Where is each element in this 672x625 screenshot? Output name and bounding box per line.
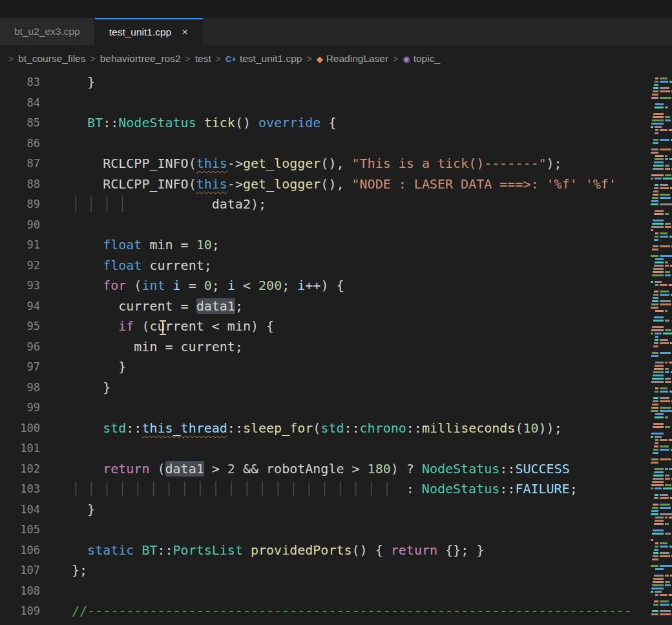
- code-text: for (int i = 0; i < 200; i++) {: [72, 276, 344, 296]
- line-number[interactable]: 84: [0, 93, 40, 114]
- chevron-right-icon: >: [216, 54, 221, 64]
- tab-label: test_unit1.cpp: [109, 26, 172, 38]
- chevron-right-icon: >: [393, 54, 398, 64]
- code-text: return (data1 > 2 && robotAngle > 180) ?…: [72, 459, 570, 480]
- breadcrumb-label: behaviortree_ros2: [100, 53, 181, 65]
- line-number[interactable]: 86: [0, 134, 40, 154]
- line-number[interactable]: 83: [0, 72, 40, 93]
- code-line[interactable]: 92 float current;: [0, 256, 650, 276]
- line-number[interactable]: 103: [0, 479, 40, 500]
- breadcrumb-label: bt_course_files: [18, 53, 85, 65]
- code-line[interactable]: 90: [0, 215, 650, 236]
- code-line[interactable]: 103│ │ │ │ │ │ │ │ │ │ │ │ │ │ │ │ │ │ │…: [0, 479, 650, 500]
- code-text: BT::NodeStatus tick() override {: [72, 113, 336, 134]
- line-number[interactable]: 91: [0, 235, 40, 256]
- line-number[interactable]: 94: [0, 296, 40, 317]
- code-line[interactable]: 100 std::this_thread::sleep_for(std::chr…: [0, 418, 650, 439]
- code-text: │ │ │ │ │ │ │ │ │ │ │ │ │ │ │ │ │ │ │ │ …: [72, 479, 578, 500]
- code-text: static BT::PortsList providedPorts() { r…: [72, 540, 484, 561]
- code-line[interactable]: 97 }: [0, 357, 650, 378]
- code-text: }: [72, 72, 95, 93]
- line-number[interactable]: 99: [0, 398, 40, 418]
- code-line[interactable]: 98 }: [0, 378, 650, 398]
- tab-bt_u2_ex3.cpp[interactable]: bt_u2_ex3.cpp: [0, 18, 95, 45]
- code-text: min = current;: [72, 337, 243, 358]
- code-text: RCLCPP_INFO(this->get_logger(), "NODE : …: [72, 174, 616, 195]
- code-line[interactable]: 86: [0, 134, 650, 154]
- code-text: float min = 10;: [72, 235, 220, 256]
- line-number[interactable]: 96: [0, 337, 40, 358]
- code-line[interactable]: 88 RCLCPP_INFO(this->get_logger(), "NODE…: [0, 174, 650, 195]
- breadcrumb-item-bt_course_files[interactable]: bt_course_files: [18, 53, 85, 65]
- tab-label: bt_u2_ex3.cpp: [14, 26, 80, 37]
- line-number[interactable]: 104: [0, 500, 40, 520]
- chevron-right-icon: >: [306, 54, 311, 64]
- code-text: std::this_thread::sleep_for(std::chrono:…: [72, 418, 562, 439]
- code-line[interactable]: 89│ │ │ │ data2);: [0, 194, 650, 215]
- code-line[interactable]: 99: [0, 398, 650, 418]
- breadcrumb-label: topic_: [414, 53, 440, 65]
- code-line[interactable]: 94 current = data1;: [0, 296, 650, 317]
- code-line[interactable]: 104 }: [0, 500, 650, 520]
- code-line[interactable]: 91 float min = 10;: [0, 235, 650, 256]
- code-text: RCLCPP_INFO(this->get_logger(), "This is…: [72, 154, 562, 174]
- line-number[interactable]: 105: [0, 520, 40, 540]
- code-text: if (current < min) {: [72, 316, 274, 337]
- code-text: }: [72, 500, 95, 520]
- line-number[interactable]: 108: [0, 581, 40, 602]
- line-number[interactable]: 98: [0, 378, 40, 398]
- line-number[interactable]: 89: [0, 194, 40, 215]
- line-number[interactable]: 100: [0, 418, 40, 439]
- method-symbol-icon: ◉: [403, 54, 410, 64]
- close-icon[interactable]: ×: [182, 26, 188, 39]
- breadcrumb-item-topic_[interactable]: ◉topic_: [403, 53, 440, 65]
- code-line[interactable]: 107};: [0, 560, 650, 581]
- breadcrumb-item-ReadingLaser[interactable]: ◆ReadingLaser: [317, 53, 389, 65]
- line-number[interactable]: 107: [0, 560, 40, 581]
- code-line[interactable]: 106 static BT::PortsList providedPorts()…: [0, 540, 650, 561]
- code-text: }: [72, 357, 126, 378]
- line-number[interactable]: 101: [0, 438, 40, 459]
- line-number[interactable]: 97: [0, 357, 40, 378]
- line-number[interactable]: 106: [0, 540, 40, 561]
- code-text: }: [72, 378, 110, 398]
- chevron-right-icon: >: [8, 54, 14, 64]
- code-line[interactable]: 101: [0, 438, 650, 459]
- code-lines[interactable]: 83 }8485 BT::NodeStatus tick() override …: [0, 72, 650, 625]
- code-text: │ │ │ │ data2);: [72, 194, 266, 215]
- breadcrumb-label: ReadingLaser: [326, 53, 389, 65]
- line-number[interactable]: 88: [0, 174, 40, 195]
- breadcrumb-item-test[interactable]: test: [195, 53, 211, 65]
- line-number[interactable]: 95: [0, 316, 40, 337]
- code-text: //--------------------------------------…: [72, 601, 632, 622]
- chevron-right-icon: >: [185, 54, 191, 64]
- line-number[interactable]: 87: [0, 154, 40, 174]
- code-editor[interactable]: 83 }8485 BT::NodeStatus tick() override …: [0, 72, 672, 625]
- code-line[interactable]: 102 return (data1 > 2 && robotAngle > 18…: [0, 459, 650, 480]
- code-line[interactable]: 83 }: [0, 72, 650, 93]
- breadcrumb-item-test_unit1.cpp[interactable]: C+test_unit1.cpp: [226, 53, 302, 65]
- code-line[interactable]: 87 RCLCPP_INFO(this->get_logger(), "This…: [0, 154, 650, 174]
- line-number[interactable]: 85: [0, 113, 40, 134]
- code-text: current = data1;: [72, 296, 243, 317]
- code-line[interactable]: 84: [0, 93, 650, 114]
- minimap[interactable]: [650, 72, 672, 625]
- code-line[interactable]: 109//-----------------------------------…: [0, 601, 650, 622]
- code-line[interactable]: 108: [0, 581, 650, 602]
- code-text: float current;: [72, 256, 212, 276]
- code-line[interactable]: 85 BT::NodeStatus tick() override {: [0, 113, 650, 134]
- code-line[interactable]: 96 min = current;: [0, 337, 650, 358]
- tab-test_unit1.cpp[interactable]: test_unit1.cpp×: [95, 18, 203, 45]
- code-line[interactable]: 93 for (int i = 0; i < 200; i++) {: [0, 276, 650, 296]
- code-line[interactable]: 105: [0, 520, 650, 540]
- breadcrumb-label: test_unit1.cpp: [240, 53, 302, 65]
- breadcrumb-item-behaviortree_ros2[interactable]: behaviortree_ros2: [100, 53, 181, 65]
- code-text: };: [72, 560, 87, 581]
- tab-bar: bt_u2_ex3.cpptest_unit1.cpp×: [0, 18, 672, 45]
- line-number[interactable]: 93: [0, 276, 40, 296]
- line-number[interactable]: 102: [0, 459, 40, 480]
- code-line[interactable]: 95 if (current < min) {: [0, 316, 650, 337]
- line-number[interactable]: 90: [0, 215, 40, 236]
- line-number[interactable]: 92: [0, 256, 40, 276]
- line-number[interactable]: 109: [0, 601, 40, 622]
